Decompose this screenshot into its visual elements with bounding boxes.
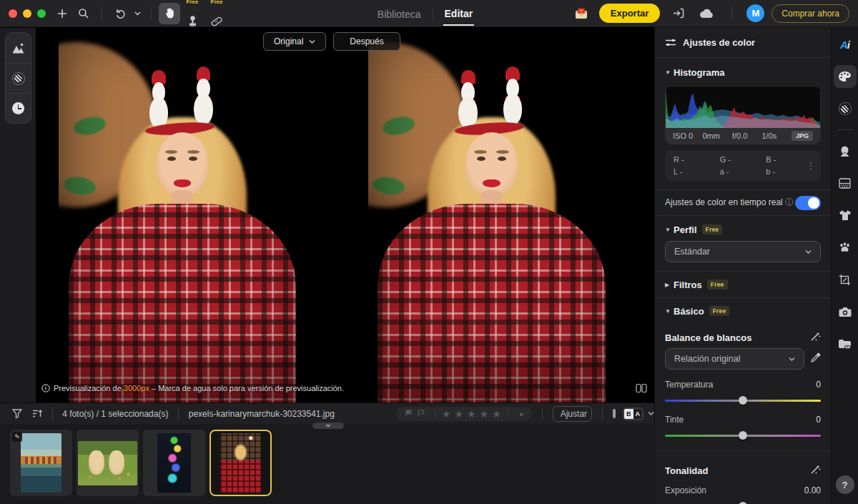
white-balance-dropdown[interactable]: Relación original (665, 348, 804, 370)
thumbnail-neon[interactable] (143, 430, 205, 496)
tint-row: Tinte 0 (655, 415, 831, 425)
hand-tool-button[interactable] (159, 3, 180, 24)
portrait-tools-button[interactable] (834, 139, 857, 162)
flag-pick-icon[interactable] (405, 410, 413, 417)
exif-shutter: 1/0s (762, 132, 792, 140)
auto-tone-button[interactable] (810, 464, 821, 477)
single-view-button[interactable] (613, 409, 616, 418)
histogram-section-header[interactable]: ▼ Histograma (655, 61, 831, 83)
close-window-button[interactable] (9, 9, 17, 18)
crop-tools-button[interactable] (834, 268, 857, 291)
preview-folder-button[interactable] (834, 332, 857, 355)
main-tabs: Biblioteca Editar (376, 0, 474, 27)
minimize-window-button[interactable] (23, 9, 31, 18)
white-balance-header: Balance de blancos (655, 327, 831, 348)
clone-tool-button[interactable]: Free (180, 0, 204, 27)
buy-now-button[interactable]: Comprar ahora (771, 4, 849, 23)
zoom-window-button[interactable] (37, 9, 46, 18)
fit-button[interactable]: Ajustar (553, 407, 592, 421)
thumbnail-castle[interactable]: ✎ (10, 430, 72, 496)
toolbar-divider (731, 7, 732, 20)
toolbar-divider (102, 7, 102, 20)
star-2[interactable]: ★ (454, 409, 463, 419)
filmstrip-resize-handle[interactable] (312, 423, 344, 429)
texture-image-icon (839, 178, 851, 189)
more-options-icon[interactable]: ⋮ (807, 161, 815, 171)
undo-history-dropdown[interactable] (131, 3, 144, 24)
export-button[interactable]: Exportar (599, 4, 660, 23)
cloud-sync-button[interactable] (696, 3, 717, 24)
image-adjust-tool-button[interactable] (6, 33, 31, 63)
panel-header: Ajustes de color (655, 27, 831, 58)
tint-slider[interactable] (665, 430, 821, 440)
paw-icon (839, 242, 851, 253)
star-3[interactable]: ★ (467, 409, 476, 419)
erase-mask-button[interactable] (834, 97, 857, 120)
tab-edit[interactable]: Editar (443, 1, 475, 26)
realtime-toggle[interactable] (795, 196, 821, 210)
star-4[interactable]: ★ (480, 409, 489, 419)
undo-button[interactable] (109, 3, 131, 24)
flag-reject-icon[interactable] (417, 410, 425, 417)
exposure-row: Exposición 0.00 (655, 485, 831, 495)
search-button[interactable] (73, 3, 94, 24)
histogram-chart (666, 87, 821, 128)
before-pane[interactable] (36, 27, 329, 402)
sort-icon (32, 409, 43, 418)
star-5[interactable]: ★ (492, 409, 501, 419)
share-button[interactable] (667, 3, 689, 24)
exposure-value: 0.00 (804, 485, 821, 495)
preview-size: 3000px (124, 384, 149, 392)
profile-dropdown[interactable]: Estándar (665, 241, 821, 262)
color-tools-button[interactable] (834, 65, 857, 88)
temperature-slider[interactable] (665, 395, 821, 405)
right-tools-strip: Ai ? (831, 27, 858, 504)
tab-library[interactable]: Biblioteca (376, 2, 423, 25)
help-button[interactable]: ? (836, 475, 854, 494)
tint-slider-knob[interactable] (739, 431, 747, 440)
gift-button[interactable] (571, 3, 592, 24)
chevron-down-icon (789, 356, 795, 362)
filter-button[interactable] (7, 409, 27, 418)
original-dropdown[interactable]: Original (263, 32, 326, 51)
info-icon[interactable]: ⓘ (785, 197, 794, 207)
sort-button[interactable] (27, 409, 48, 418)
temperature-slider-knob[interactable] (739, 396, 747, 405)
after-label: Después (350, 36, 383, 46)
titlebar: Free Free Biblioteca Editar Exportar M (0, 0, 858, 27)
thumbnail-woman-selected[interactable] (209, 430, 272, 496)
pet-tools-button[interactable] (834, 236, 857, 259)
profile-section-header[interactable]: ▼ Perfil Free (655, 218, 831, 241)
mask-tool-button[interactable] (6, 63, 31, 93)
thumbnail-puppies[interactable] (77, 430, 139, 496)
auto-white-balance-button[interactable] (810, 331, 821, 344)
left-toolbar (0, 28, 36, 402)
color-label-button[interactable]: ● (519, 410, 524, 418)
star-1[interactable]: ★ (442, 409, 451, 419)
rating-group: ★ ★ ★ ★ ★ ● (396, 407, 532, 421)
filters-section-header[interactable]: ▶ Filtros Free (655, 272, 831, 297)
clothes-tools-button[interactable] (834, 204, 857, 227)
ai-tools-button[interactable]: Ai (834, 33, 857, 56)
after-pane[interactable] (329, 27, 654, 402)
history-tool-button[interactable] (6, 93, 31, 123)
erase-tool-button[interactable]: Free (204, 0, 229, 27)
panel-title: Ajustes de color (683, 37, 755, 48)
color-values-box: R -L - G -a - B -b - ⋮ (665, 150, 821, 181)
texture-tools-button[interactable] (834, 172, 857, 194)
compare-controls: Original Después (263, 32, 400, 51)
image-canvas: Original Después (36, 27, 654, 402)
color-adjustments-panel: Ajustes de color ▼ Histograma ISO 0 0mm … (654, 27, 831, 504)
user-avatar[interactable]: M (746, 4, 764, 22)
split-view-toggle[interactable] (636, 383, 647, 395)
basic-section-header[interactable]: ▼ Básico Free (655, 298, 831, 324)
add-photos-button[interactable] (51, 3, 73, 24)
eyedropper-button[interactable] (810, 352, 821, 365)
camera-tools-button[interactable] (834, 300, 857, 323)
photo-count: 4 foto(s) / 1 seleccionada(s) (56, 409, 174, 419)
exposure-slider[interactable] (665, 501, 821, 504)
after-button[interactable]: Después (333, 32, 400, 51)
info-icon (41, 384, 50, 392)
view-mode-chevron-icon[interactable] (648, 410, 654, 417)
before-after-view-button[interactable]: B A (623, 407, 644, 420)
